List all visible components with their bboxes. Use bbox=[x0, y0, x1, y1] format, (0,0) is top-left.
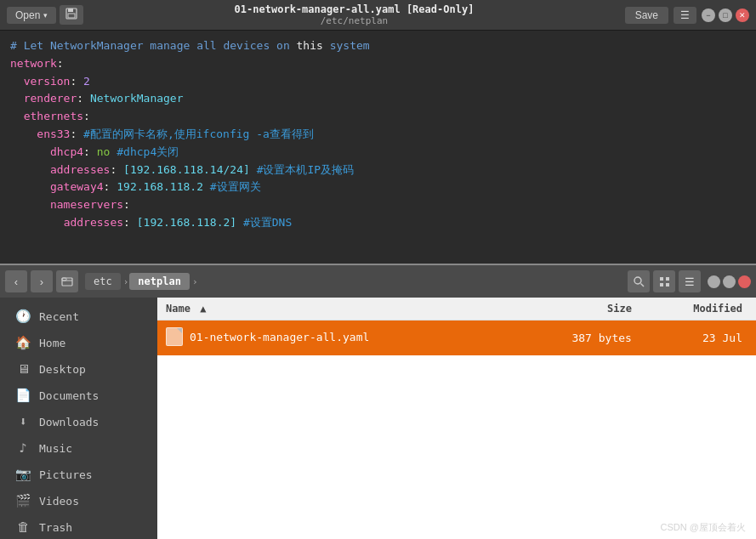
editor-titlebar-left: Open ▾ bbox=[7, 5, 83, 25]
sidebar-label-videos: Videos bbox=[39, 495, 79, 508]
recent-icon: 🕐 bbox=[15, 309, 31, 324]
file-name: 01-network-manager-all.yaml bbox=[190, 331, 369, 343]
save-icon-button[interactable] bbox=[60, 5, 83, 25]
code-line-11: addresses: [192.168.118.2] #设置DNS bbox=[10, 214, 746, 232]
editor-code-content: # Let NetworkManager manage all devices … bbox=[0, 31, 756, 239]
code-line-10: nameservers: bbox=[10, 196, 746, 214]
code-line-1: # Let NetworkManager manage all devices … bbox=[10, 37, 746, 55]
sidebar-label-music: Music bbox=[39, 442, 72, 455]
file-icon-wrapper: 01-network-manager-all.yaml bbox=[166, 327, 369, 346]
fm-back-button[interactable]: ‹ bbox=[5, 270, 27, 292]
sidebar-label-pictures: Pictures bbox=[39, 468, 93, 481]
svg-rect-3 bbox=[62, 278, 72, 286]
code-line-2: network: bbox=[10, 55, 746, 73]
fm-table-header-row: Name ▲ Size Modified bbox=[157, 298, 756, 321]
fm-minimize-button[interactable] bbox=[708, 275, 720, 288]
fm-parent-button[interactable] bbox=[56, 270, 78, 292]
svg-rect-7 bbox=[660, 277, 663, 281]
code-line-7: dhcp4: no #dhcp4关闭 bbox=[10, 144, 746, 162]
editor-path: /etc/netplan bbox=[83, 15, 624, 26]
editor-maximize-button[interactable]: □ bbox=[719, 9, 732, 22]
downloads-icon: ⬇ bbox=[15, 414, 31, 429]
breadcrumb-netplan[interactable]: netplan bbox=[129, 273, 190, 290]
open-dropdown-arrow: ▾ bbox=[43, 11, 48, 20]
grid-view-icon bbox=[659, 276, 670, 287]
watermark: CSDN @屋顶会着火 bbox=[661, 521, 746, 534]
sidebar-item-pictures[interactable]: 📷 Pictures bbox=[3, 462, 154, 487]
col-name-header[interactable]: Name ▲ bbox=[157, 298, 515, 321]
sidebar-label-desktop: Desktop bbox=[39, 363, 86, 376]
col-modified-header[interactable]: Modified bbox=[640, 298, 756, 321]
fm-sidebar: 🕐 Recent 🏠 Home 🖥 Desktop 📄 Documents ⬇ … bbox=[0, 298, 157, 539]
fm-toolbar: ‹ › etc › netplan › bbox=[0, 265, 756, 298]
editor-window-controls: − □ ✕ bbox=[702, 9, 749, 22]
fm-breadcrumb: etc › netplan › bbox=[85, 273, 624, 290]
save-doc-icon bbox=[65, 8, 77, 20]
editor-minimize-button[interactable]: − bbox=[702, 9, 715, 22]
file-name-cell: 01-network-manager-all.yaml bbox=[157, 321, 515, 356]
sidebar-label-home: Home bbox=[39, 337, 65, 349]
col-size-header[interactable]: Size bbox=[515, 298, 640, 321]
editor-close-button[interactable]: ✕ bbox=[736, 9, 749, 22]
table-row[interactable]: 01-network-manager-all.yaml 387 bytes 23… bbox=[157, 321, 756, 356]
sidebar-item-desktop[interactable]: 🖥 Desktop bbox=[3, 356, 154, 382]
sidebar-item-documents[interactable]: 📄 Documents bbox=[3, 383, 154, 408]
code-line-3: version: 2 bbox=[10, 73, 746, 91]
breadcrumb-sep-1: › bbox=[123, 276, 129, 287]
open-button[interactable]: Open ▾ bbox=[7, 7, 56, 24]
search-icon bbox=[634, 276, 645, 287]
editor-filename: 01-network-manager-all.yaml [Read-Only] bbox=[235, 3, 475, 15]
svg-line-6 bbox=[640, 283, 644, 287]
code-line-4: renderer: NetworkManager bbox=[10, 90, 746, 108]
code-line-9: gateway4: 192.168.118.2 #设置网关 bbox=[10, 179, 746, 196]
svg-rect-4 bbox=[62, 278, 66, 281]
fm-maximize-button[interactable] bbox=[723, 275, 736, 288]
home-icon: 🏠 bbox=[15, 335, 31, 350]
sidebar-label-recent: Recent bbox=[39, 310, 79, 323]
file-modified-cell: 23 Jul bbox=[640, 321, 756, 356]
sidebar-item-home[interactable]: 🏠 Home bbox=[3, 330, 154, 355]
file-size-cell: 387 bytes bbox=[515, 321, 640, 356]
editor-section: Open ▾ 01-network-manager-all.yaml [Read… bbox=[0, 0, 756, 264]
fm-menu-button[interactable]: ☰ bbox=[679, 270, 701, 292]
fm-search-button[interactable] bbox=[628, 270, 650, 292]
code-line-6: ens33: #配置的网卡名称,使用ifconfig -a查看得到 bbox=[10, 126, 746, 144]
svg-rect-10 bbox=[666, 283, 669, 287]
sidebar-label-trash: Trash bbox=[39, 521, 72, 534]
sidebar-item-recent[interactable]: 🕐 Recent bbox=[3, 304, 154, 329]
editor-titlebar: Open ▾ 01-network-manager-all.yaml [Read… bbox=[0, 0, 756, 31]
comment-text: # Let NetworkManager manage all devices … bbox=[10, 39, 370, 52]
sidebar-label-downloads: Downloads bbox=[39, 416, 99, 428]
sidebar-item-trash[interactable]: 🗑 Trash bbox=[3, 514, 154, 539]
filemanager-section: ‹ › etc › netplan › bbox=[0, 264, 756, 539]
code-line-8: addresses: [192.168.118.14/24] #设置本机IP及掩… bbox=[10, 162, 746, 179]
editor-menu-button[interactable]: ☰ bbox=[674, 7, 696, 24]
fm-close-button[interactable] bbox=[738, 275, 751, 288]
svg-rect-8 bbox=[666, 277, 669, 281]
desktop-icon: 🖥 bbox=[15, 361, 31, 377]
editor-save-button[interactable]: Save bbox=[625, 7, 668, 24]
fm-toolbar-right: ☰ bbox=[628, 270, 751, 292]
trash-icon: 🗑 bbox=[15, 519, 31, 535]
fm-window-controls bbox=[708, 275, 751, 288]
svg-rect-2 bbox=[68, 14, 75, 18]
sidebar-item-downloads[interactable]: ⬇ Downloads bbox=[3, 409, 154, 434]
editor-titlebar-right: Save ☰ − □ ✕ bbox=[625, 7, 749, 24]
breadcrumb-etc[interactable]: etc bbox=[85, 273, 121, 290]
videos-icon: 🎬 bbox=[15, 493, 31, 508]
editor-titlebar-center: 01-network-manager-all.yaml [Read-Only] … bbox=[83, 3, 624, 26]
fm-grid-view-button[interactable] bbox=[653, 270, 675, 292]
fm-forward-button[interactable]: › bbox=[31, 270, 53, 292]
svg-rect-1 bbox=[68, 9, 73, 12]
fm-content: Name ▲ Size Modified bbox=[157, 298, 756, 539]
parent-dir-icon bbox=[61, 275, 73, 287]
sidebar-item-videos[interactable]: 🎬 Videos bbox=[3, 488, 154, 513]
music-icon: ♪ bbox=[15, 440, 31, 456]
svg-point-5 bbox=[634, 277, 641, 284]
sidebar-label-documents: Documents bbox=[39, 389, 99, 402]
open-label: Open bbox=[15, 9, 40, 21]
code-line-5: ethernets: bbox=[10, 108, 746, 126]
sort-arrow-icon: ▲ bbox=[200, 303, 206, 315]
documents-icon: 📄 bbox=[15, 388, 31, 403]
sidebar-item-music[interactable]: ♪ Music bbox=[3, 435, 154, 461]
